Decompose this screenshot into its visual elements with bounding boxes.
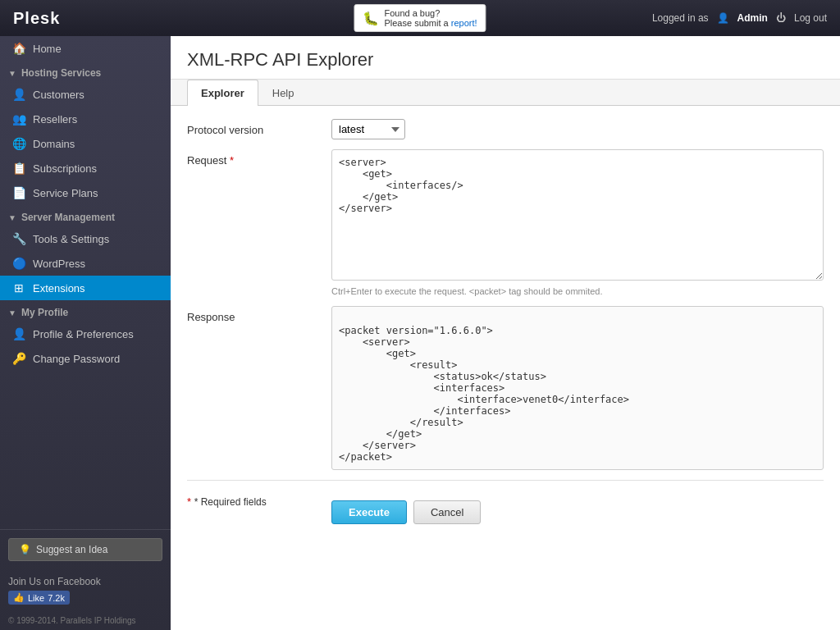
user-area: Logged in as 👤 Admin ⏻ Log out	[652, 12, 827, 24]
sidebar: 🏠 Home ▼ Hosting Services 👤 Customers 👥 …	[0, 36, 171, 630]
protocol-row: Protocol version latest 1.6.6.0 1.6.5.0 …	[187, 119, 824, 139]
sidebar-item-tools[interactable]: 🔧 Tools & Settings	[0, 226, 171, 251]
server-collapse-icon: ▼	[8, 213, 16, 222]
copyright: © 1999-2014. Parallels IP Holdings	[0, 611, 171, 630]
request-area: <server> <get> <interfaces/> </get> </se…	[331, 149, 824, 296]
required-asterisk: *	[187, 495, 194, 508]
logout-link[interactable]: Log out	[794, 12, 827, 24]
change-password-label: Change Password	[33, 353, 120, 365]
admin-link[interactable]: Admin	[737, 12, 768, 24]
extensions-label: Extensions	[33, 282, 85, 294]
bug-icon: 🐛	[363, 11, 379, 26]
resellers-icon: 👥	[11, 112, 26, 126]
sidebar-item-customers[interactable]: 👤 Customers	[0, 82, 171, 107]
sidebar-item-service-plans[interactable]: 📄 Service Plans	[0, 180, 171, 205]
main-content: XML-RPC API Explorer Explorer Help Proto…	[171, 36, 840, 630]
power-icon: ⏻	[776, 12, 786, 24]
facebook-area: Join Us on Facebook 👍 Like 7.2k	[0, 569, 171, 611]
required-note: * * Required fields	[187, 491, 318, 508]
sidebar-item-profile-preferences[interactable]: 👤 Profile & Preferences	[0, 322, 171, 346]
profile-icon: 👤	[11, 327, 26, 340]
bug-banner: 🐛 Found a bug? Please submit a report!	[354, 4, 486, 32]
customers-icon: 👤	[11, 88, 26, 101]
tabs-bar: Explorer Help	[171, 80, 840, 106]
suggest-icon: 💡	[19, 544, 31, 555]
plesk-logo: Plesk	[13, 9, 652, 28]
suggest-label: Suggest an Idea	[36, 544, 107, 555]
home-icon: 🏠	[11, 42, 26, 55]
response-label: Response	[187, 306, 318, 323]
bug-text: Found a bug? Please submit a report!	[384, 8, 477, 28]
domains-icon: 🌐	[11, 137, 26, 150]
tab-explorer[interactable]: Explorer	[187, 80, 258, 106]
like-icon: 👍	[13, 592, 25, 603]
tools-label: Tools & Settings	[33, 233, 109, 245]
sidebar-item-home[interactable]: 🏠 Home	[0, 36, 171, 61]
extensions-icon: ⊞	[11, 281, 26, 294]
sidebar-item-domains[interactable]: 🌐 Domains	[0, 131, 171, 156]
sidebar-item-extensions[interactable]: ⊞ Extensions	[0, 276, 171, 300]
wordpress-icon: 🔵	[11, 257, 26, 270]
profile-preferences-label: Profile & Preferences	[33, 328, 134, 340]
action-row: * * Required fields Execute Cancel	[187, 491, 824, 524]
wordpress-label: WordPress	[33, 258, 85, 270]
password-icon: 🔑	[11, 352, 26, 365]
required-text: * Required fields	[194, 496, 267, 508]
request-required-marker: *	[230, 154, 234, 167]
page-title: XML-RPC API Explorer	[187, 49, 824, 71]
hosting-section-label: Hosting Services	[21, 67, 101, 79]
service-plans-label: Service Plans	[33, 187, 98, 199]
execute-button[interactable]: Execute	[331, 500, 407, 524]
profile-section-label: My Profile	[21, 307, 68, 318]
sidebar-home-label: Home	[33, 43, 62, 55]
subscriptions-icon: 📋	[11, 162, 26, 175]
domains-label: Domains	[33, 138, 75, 150]
header: Plesk 🐛 Found a bug? Please submit a rep…	[0, 0, 840, 36]
sidebar-bottom: 💡 Suggest an Idea	[0, 529, 171, 569]
resellers-label: Resellers	[33, 113, 77, 126]
tools-icon: 🔧	[11, 232, 26, 245]
action-buttons: Execute Cancel	[331, 500, 481, 524]
sidebar-section-server[interactable]: ▼ Server Management	[0, 205, 171, 226]
cancel-button[interactable]: Cancel	[413, 500, 481, 524]
logged-in-label: Logged in as	[652, 12, 709, 24]
request-label: Request *	[187, 149, 318, 167]
like-button[interactable]: 👍 Like 7.2k	[8, 591, 70, 605]
sidebar-item-subscriptions[interactable]: 📋 Subscriptions	[0, 156, 171, 180]
divider	[187, 480, 824, 481]
bug-report-link[interactable]: report!	[451, 18, 477, 28]
user-icon: 👤	[717, 12, 729, 24]
subscriptions-label: Subscriptions	[33, 162, 97, 175]
service-plans-icon: 📄	[11, 186, 26, 199]
protocol-select[interactable]: latest 1.6.6.0 1.6.5.0 1.6.4.0	[331, 119, 405, 139]
hosting-collapse-icon: ▼	[8, 69, 16, 78]
page-header: XML-RPC API Explorer	[171, 36, 840, 80]
protocol-label: Protocol version	[187, 119, 318, 136]
facebook-label: Join Us on Facebook	[8, 576, 162, 587]
customers-label: Customers	[33, 89, 84, 101]
tab-help[interactable]: Help	[258, 80, 308, 106]
sidebar-item-change-password[interactable]: 🔑 Change Password	[0, 346, 171, 371]
suggest-idea-button[interactable]: 💡 Suggest an Idea	[8, 538, 162, 561]
sidebar-section-hosting[interactable]: ▼ Hosting Services	[0, 61, 171, 82]
like-label: Like	[28, 593, 44, 603]
sidebar-section-profile[interactable]: ▼ My Profile	[0, 300, 171, 322]
response-area: <packet version="1.6.6.0"> <server> <get…	[331, 306, 824, 470]
like-count: 7.2k	[48, 593, 65, 603]
request-row: Request * <server> <get> <interfaces/> <…	[187, 149, 824, 296]
layout: 🏠 Home ▼ Hosting Services 👤 Customers 👥 …	[0, 36, 840, 630]
server-section-label: Server Management	[21, 212, 115, 223]
profile-collapse-icon: ▼	[8, 308, 16, 317]
response-row: Response <packet version="1.6.6.0"> <ser…	[187, 306, 824, 470]
content-area: Protocol version latest 1.6.6.0 1.6.5.0 …	[171, 106, 840, 630]
sidebar-item-wordpress[interactable]: 🔵 WordPress	[0, 251, 171, 276]
request-hint: Ctrl+Enter to execute the request. <pack…	[331, 286, 824, 296]
sidebar-item-resellers[interactable]: 👥 Resellers	[0, 107, 171, 131]
request-textarea[interactable]: <server> <get> <interfaces/> </get> </se…	[331, 149, 824, 281]
